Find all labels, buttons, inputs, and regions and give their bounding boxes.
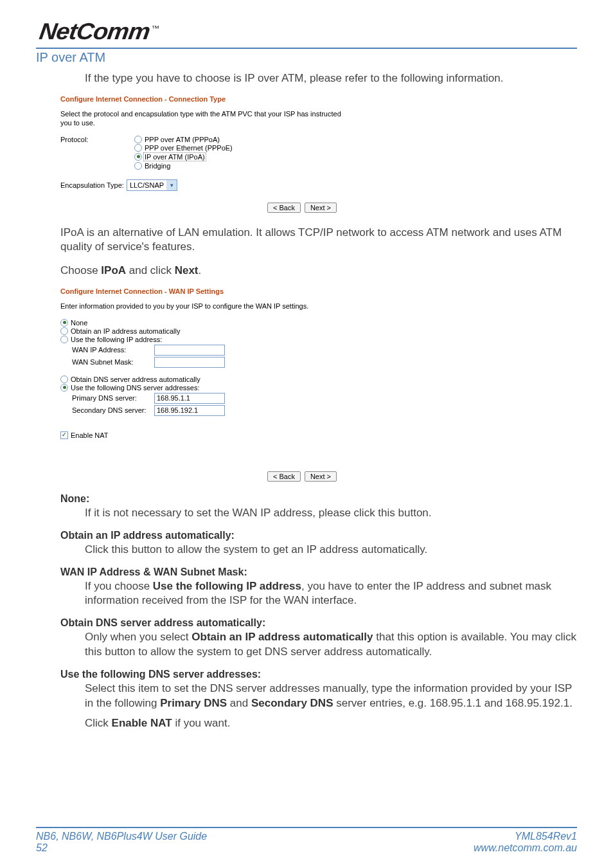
radio-obtain-dns[interactable] [60, 375, 68, 383]
next-button[interactable]: Next > [305, 203, 337, 213]
brand-logo: NetComm™ [36, 18, 577, 45]
wan-mask-label: WAN Subnet Mask: [72, 358, 154, 366]
radio-label-obtain-dns: Obtain DNS server address automatically [71, 375, 200, 383]
radio-pppoe[interactable] [134, 144, 142, 152]
def-obtain-dns-desc: Only when you select Obtain an IP addres… [85, 630, 577, 660]
def-use-dns-desc1: Select this item to set the DNS server a… [85, 682, 577, 711]
radio-label-use-ip: Use the following IP address: [71, 336, 162, 343]
radio-label-obtain-ip: Obtain an IP address automatically [71, 327, 180, 335]
choose-line: Choose IPoA and click Next. [60, 264, 577, 278]
enable-nat-checkbox[interactable] [60, 431, 68, 439]
protocol-label: Protocol: [60, 136, 134, 143]
radio-obtain-ip[interactable] [60, 327, 68, 335]
back-button-2[interactable]: < Back [267, 471, 301, 482]
def-use-dns-title: Use the following DNS server addresses: [60, 669, 577, 680]
footer-page: 52 [36, 842, 207, 854]
ss2-title: Configure Internet Connection - WAN IP S… [60, 287, 343, 295]
primary-dns-label: Primary DNS server: [72, 394, 154, 402]
radio-label-pppoe: PPP over Ethernet (PPPoE) [145, 144, 233, 152]
encaps-value: LLC/SNAP [130, 181, 164, 189]
radio-label-use-dns: Use the following DNS server addresses: [71, 384, 200, 392]
secondary-dns-input[interactable] [154, 405, 225, 416]
ipoa-desc: IPoA is an alternative of LAN emulation.… [60, 226, 577, 255]
def-none-desc: If it is not necessary to set the WAN IP… [85, 506, 577, 521]
screenshot-wan-ip: Configure Internet Connection - WAN IP S… [60, 287, 343, 481]
def-none-title: None: [60, 493, 577, 505]
next-button-2[interactable]: Next > [305, 471, 337, 482]
section-heading: IP over ATM [36, 50, 577, 65]
def-obtain-ip-title: Obtain an IP address automatically: [60, 530, 577, 541]
back-button[interactable]: < Back [267, 203, 301, 213]
secondary-dns-label: Secondary DNS server: [72, 406, 154, 414]
footer-url: www.netcomm.com.au [474, 842, 577, 854]
chevron-down-icon: ▾ [166, 180, 177, 190]
radio-none[interactable] [60, 319, 68, 327]
def-obtain-ip-desc: Click this button to allow the system to… [85, 543, 577, 557]
radio-label-ipoa: IP over ATM (IPoA) [143, 152, 206, 161]
wan-mask-input[interactable] [154, 357, 225, 368]
radio-use-ip[interactable] [60, 336, 68, 343]
radio-label-none: None [71, 319, 87, 327]
def-wan-desc: If you choose Use the following IP addre… [85, 579, 577, 609]
footer-rev: YML854Rev1 [474, 831, 577, 842]
ss2-subtitle: Enter information provided to you by you… [60, 302, 343, 311]
radio-label-pppoa: PPP over ATM (PPPoA) [145, 136, 220, 143]
def-obtain-dns-title: Obtain DNS server address automatically: [60, 617, 577, 629]
def-wan-title: WAN IP Address & WAN Subnet Mask: [60, 566, 577, 578]
def-use-dns-desc2: Click Enable NAT if you want. [85, 716, 577, 731]
ss1-subtitle: Select the protocol and encapsulation ty… [60, 109, 343, 128]
encaps-select[interactable]: LLC/SNAP ▾ [127, 179, 177, 191]
radio-pppoa[interactable] [134, 136, 142, 143]
header-rule [36, 48, 577, 49]
radio-use-dns[interactable] [60, 384, 68, 392]
radio-label-bridging: Bridging [145, 162, 170, 170]
wan-ip-input[interactable] [154, 345, 225, 356]
screenshot-connection-type: Configure Internet Connection - Connecti… [60, 95, 343, 213]
wan-ip-label: WAN IP Address: [72, 346, 154, 354]
radio-ipoa[interactable] [134, 153, 142, 161]
encaps-label: Encapsulation Type: [60, 181, 124, 189]
radio-bridging[interactable] [134, 162, 142, 170]
page-footer: NB6, NB6W, NB6Plus4W User Guide 52 YML85… [36, 827, 577, 854]
primary-dns-input[interactable] [154, 393, 225, 404]
ss1-title: Configure Internet Connection - Connecti… [60, 95, 343, 103]
enable-nat-label: Enable NAT [71, 431, 109, 439]
footer-guide: NB6, NB6W, NB6Plus4W User Guide [36, 831, 207, 842]
intro-text: If the type you have to choose is IP ove… [85, 71, 577, 86]
